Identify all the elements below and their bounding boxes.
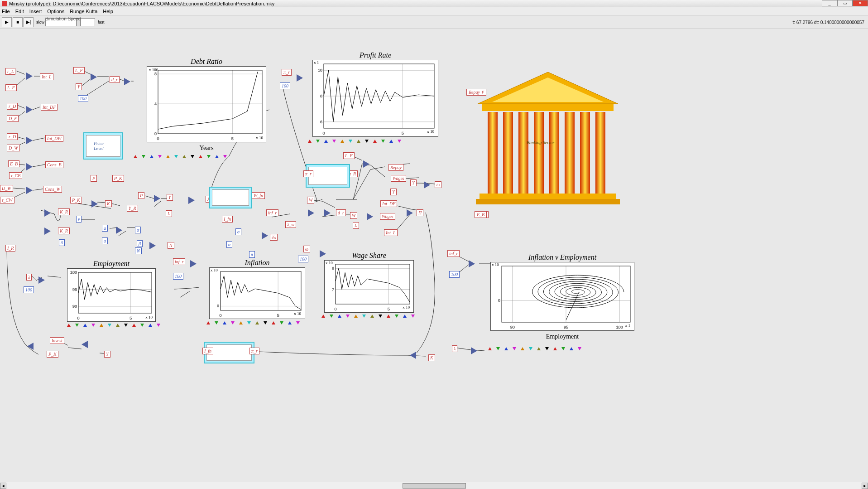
op[interactable] (26, 163, 33, 170)
var-dr[interactable]: d_r (110, 76, 120, 83)
plot-inflation[interactable]: Inflation 050 x 10 x 10 (209, 267, 305, 319)
hscroll[interactable]: ◄ ► (0, 482, 868, 489)
var-Wages2[interactable]: Wages (391, 175, 406, 182)
op[interactable] (91, 73, 97, 81)
const-N[interactable]: N (135, 247, 142, 254)
const-100f[interactable]: 100 (24, 286, 34, 293)
var-ifn2[interactable]: I_fn (202, 348, 213, 354)
var-infr[interactable]: inf_r (266, 209, 278, 216)
op[interactable] (44, 209, 51, 217)
var-infr3[interactable]: inf_r (447, 250, 460, 257)
var-pir2[interactable]: π_r (249, 348, 259, 354)
var-Invest[interactable]: Invest (50, 337, 64, 344)
var-pir[interactable]: π_r (303, 170, 313, 177)
var-IntDW[interactable]: Int_DW (45, 135, 63, 142)
var-YR[interactable]: Y_R (127, 205, 138, 212)
menu-options[interactable]: Options (47, 9, 64, 14)
var-Pi[interactable]: Π (417, 209, 423, 216)
plot-markers[interactable] (67, 324, 162, 327)
scroll-left-icon[interactable]: ◄ (0, 483, 6, 489)
var-IntL2[interactable]: Int_L (384, 229, 398, 236)
plot-inflation-v-employment[interactable]: Inflation v Employment Employment 909510… (490, 262, 634, 331)
op[interactable] (44, 228, 51, 235)
var-IntL[interactable]: Int_L (40, 73, 53, 80)
op[interactable] (324, 209, 331, 217)
var-L[interactable]: L (166, 210, 172, 217)
var-Y[interactable]: Y (76, 83, 82, 90)
var-Wfn[interactable]: W_fn (252, 192, 265, 199)
const-alpha[interactable]: α (135, 227, 141, 233)
var-IR[interactable]: I_R (5, 245, 15, 252)
var-Ifn[interactable]: I_fn (222, 216, 233, 223)
plot-markers[interactable] (134, 155, 269, 158)
const-sigma[interactable]: σ (235, 228, 241, 235)
var-PK3[interactable]: P_K (47, 351, 58, 358)
const-beta[interactable]: β (137, 240, 143, 247)
maximize-button[interactable]: ▭ (837, 0, 853, 6)
var-omega[interactable]: ω (435, 181, 441, 188)
const-100b[interactable]: 100 (280, 82, 290, 89)
var-DF[interactable]: D_F (7, 115, 19, 122)
plot-debt-ratio[interactable]: Debt Ratio Years 05048 x 100 x 10 (147, 66, 266, 142)
op[interactable] (188, 197, 195, 204)
var-PK[interactable]: P_K (112, 175, 124, 182)
plot-markers[interactable] (308, 140, 444, 143)
close-button[interactable]: ✕ (853, 0, 868, 6)
var-K[interactable]: K (105, 200, 112, 207)
const-100c[interactable]: 100 (173, 273, 183, 280)
menu-edit[interactable]: Edit (15, 9, 24, 14)
op[interactable] (410, 352, 416, 359)
var-W[interactable]: W (307, 197, 314, 203)
minimize-button[interactable]: _ (822, 0, 837, 6)
op[interactable] (38, 276, 45, 284)
plot-profit-rate[interactable]: Profit Rate 056810 x 1 x 10 (312, 60, 438, 137)
var-W2[interactable]: W (350, 212, 357, 219)
op[interactable] (91, 200, 98, 208)
op[interactable] (297, 74, 303, 82)
var-lambdaw[interactable]: λ_w (285, 221, 296, 228)
menu-help[interactable]: Help (103, 9, 113, 14)
var-LF[interactable]: L_F (5, 84, 17, 91)
op[interactable] (26, 73, 33, 80)
godley-bank-icon[interactable]: Banking Sector (469, 72, 627, 213)
op[interactable] (154, 195, 160, 202)
op[interactable] (149, 242, 156, 249)
var-rD2[interactable]: r_D (7, 133, 18, 140)
op[interactable] (124, 78, 130, 85)
menu-insert[interactable]: Insert (29, 9, 42, 14)
var-ConsB[interactable]: Cons_B (45, 161, 63, 168)
op[interactable] (27, 343, 34, 350)
op[interactable] (363, 160, 369, 168)
var-ConsW[interactable]: Cons_W (43, 186, 62, 193)
var-Kc[interactable]: K (428, 354, 435, 361)
var-lambda3[interactable]: λ (452, 345, 457, 352)
plot-wage-share[interactable]: Wage Share 0578 x 10 x 10 (324, 260, 414, 313)
const-100a[interactable]: 100 (78, 95, 88, 102)
plot-markers[interactable] (206, 321, 311, 324)
play-button[interactable]: ▶ (2, 17, 12, 27)
op[interactable] (116, 227, 122, 234)
var-IntDF2[interactable]: Int_DF (380, 200, 397, 207)
op[interactable] (469, 260, 475, 267)
op[interactable] (26, 187, 33, 194)
canvas[interactable]: r_L L_F Int_L L_F Y d_r 100 r_D D_F Int_… (0, 29, 868, 482)
plot-markers[interactable] (321, 315, 421, 318)
var-tCW[interactable]: τ_CW (0, 197, 14, 203)
plot-employment[interactable]: Employment 059095100 x 10 (67, 268, 156, 322)
const-delta[interactable]: δ (59, 239, 65, 246)
op[interactable] (367, 213, 373, 220)
var-N2[interactable]: N (168, 242, 174, 249)
group-price-level[interactable]: Price Level (83, 132, 123, 160)
op[interactable] (471, 347, 477, 354)
stop-button[interactable]: ■ (13, 17, 23, 27)
var-EB[interactable]: E_B (8, 160, 19, 167)
var-dr2[interactable]: d_r (336, 209, 346, 216)
scroll-right-icon[interactable]: ► (862, 483, 868, 489)
var-dlam[interactable]: ∂λ (270, 234, 278, 241)
var-L2[interactable]: L (353, 222, 359, 229)
op[interactable] (26, 137, 33, 144)
var-KR2[interactable]: K_R (58, 228, 70, 234)
const-a[interactable]: a (102, 225, 108, 232)
var-KR[interactable]: K_R (58, 208, 70, 215)
var-IntDF[interactable]: Int_DF (41, 104, 58, 111)
